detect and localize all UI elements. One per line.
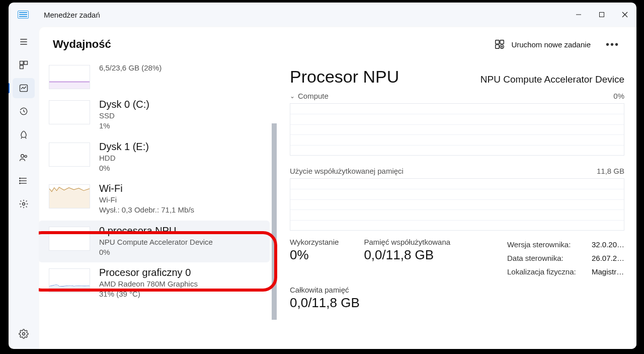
annotation-highlight bbox=[39, 231, 277, 292]
performance-list: 6,5/23,6 GB (28%) Dysk 0 (C:) SSD 1% bbox=[39, 62, 278, 349]
shared-mem-chart bbox=[290, 178, 624, 231]
total-label: Całkowita pamięć bbox=[290, 286, 360, 294]
svg-point-21 bbox=[23, 203, 25, 205]
svg-rect-23 bbox=[496, 40, 499, 44]
svg-point-13 bbox=[21, 155, 24, 158]
nav-performance[interactable] bbox=[13, 78, 35, 98]
detail-pane: Procesor NPU NPU Compute Accelerator Dev… bbox=[278, 62, 636, 349]
perf-item-sub: SSD bbox=[99, 111, 149, 121]
perf-item-val: 1% bbox=[99, 121, 149, 131]
svg-point-19 bbox=[20, 180, 21, 181]
driver-version-value: 32.0.20… bbox=[592, 238, 624, 251]
svg-rect-9 bbox=[20, 65, 24, 69]
nav-users[interactable] bbox=[13, 148, 35, 168]
shared-value: 0,0/11,8 GB bbox=[364, 247, 450, 263]
nav-settings[interactable] bbox=[13, 324, 35, 344]
minimize-button[interactable] bbox=[567, 7, 590, 23]
more-button[interactable]: ••• bbox=[603, 39, 622, 50]
task-manager-window: Menedżer zadań bbox=[9, 3, 636, 349]
perf-item-disk1[interactable]: Dysk 1 (E:) HDD 0% bbox=[39, 136, 270, 179]
svg-rect-29 bbox=[49, 82, 90, 89]
window-controls bbox=[567, 7, 636, 23]
phys-loc-label: Lokalizacja fizyczna: bbox=[507, 265, 583, 278]
scrollbar-track[interactable] bbox=[271, 62, 277, 349]
perf-item-title: Dysk 0 (C:) bbox=[99, 98, 149, 111]
util-value: 0% bbox=[290, 247, 339, 263]
perf-item-val: 0% bbox=[99, 163, 149, 173]
run-new-task-label: Uruchom nowe zadanie bbox=[511, 40, 591, 49]
driver-date-value: 26.07.2… bbox=[592, 251, 624, 265]
perf-item-sub: HDD bbox=[99, 153, 149, 163]
svg-point-18 bbox=[20, 178, 21, 179]
content-pane: Wydajność Uruchom nowe zadanie ••• bbox=[39, 27, 636, 349]
nav-services[interactable] bbox=[13, 194, 35, 214]
compute-chart bbox=[290, 103, 624, 156]
util-label: Wykorzystanie bbox=[290, 238, 339, 246]
titlebar: Menedżer zadań bbox=[9, 3, 636, 27]
nav-rail bbox=[9, 27, 39, 349]
compute-value: 0% bbox=[613, 92, 624, 100]
perf-item-wifi[interactable]: Wi-Fi Wi-Fi Wysł.: 0,3 Odebr.: 71,1 Mb/s bbox=[39, 178, 270, 221]
perf-item-memory[interactable]: 6,5/23,6 GB (28%) bbox=[39, 62, 270, 94]
svg-rect-25 bbox=[496, 45, 499, 48]
content-header: Wydajność Uruchom nowe zadanie ••• bbox=[39, 27, 636, 62]
detail-title: Procesor NPU bbox=[290, 67, 399, 87]
svg-rect-1 bbox=[600, 13, 604, 17]
detail-subtitle: NPU Compute Accelerator Device bbox=[480, 74, 624, 85]
driver-version-label: Wersja sterownika: bbox=[507, 238, 583, 251]
perf-item-disk0[interactable]: Dysk 0 (C:) SSD 1% bbox=[39, 94, 270, 136]
nav-details[interactable] bbox=[13, 171, 35, 191]
svg-point-20 bbox=[20, 183, 21, 184]
perf-item-title: Dysk 1 (E:) bbox=[99, 140, 149, 153]
mini-chart-disk1 bbox=[49, 143, 90, 167]
mini-chart-wifi bbox=[49, 184, 90, 208]
page-title: Wydajność bbox=[53, 38, 111, 51]
perf-item-title: Wi-Fi bbox=[99, 182, 194, 195]
app-icon bbox=[18, 11, 29, 19]
scrollbar-thumb[interactable] bbox=[272, 123, 277, 320]
close-button[interactable] bbox=[613, 7, 636, 23]
svg-line-12 bbox=[25, 137, 26, 138]
svg-line-11 bbox=[21, 137, 22, 138]
nav-startup[interactable] bbox=[13, 124, 35, 145]
nav-processes[interactable] bbox=[13, 55, 35, 75]
maximize-button[interactable] bbox=[590, 7, 613, 23]
total-value: 0,0/11,8 GB bbox=[290, 295, 360, 311]
svg-rect-24 bbox=[500, 40, 504, 44]
run-new-task-button[interactable]: Uruchom nowe zadanie bbox=[494, 39, 591, 50]
shared-label: Pamięć współużytkowana bbox=[364, 238, 450, 246]
mini-chart-disk0 bbox=[49, 100, 90, 124]
chevron-down-icon: ⌄ bbox=[290, 93, 295, 100]
svg-point-14 bbox=[25, 155, 27, 157]
perf-item-sub: Wi-Fi bbox=[99, 195, 194, 205]
phys-loc-value: Magistr… bbox=[592, 265, 624, 278]
shared-mem-label: Użycie współużytkowanej pamięci bbox=[290, 167, 404, 175]
compute-chart-toggle[interactable]: ⌄ Compute bbox=[290, 92, 329, 100]
shared-mem-total: 11,8 GB bbox=[597, 167, 624, 175]
svg-point-22 bbox=[23, 333, 25, 335]
compute-label: Compute bbox=[298, 92, 329, 100]
svg-rect-7 bbox=[20, 61, 24, 65]
app-title: Menedżer zadań bbox=[44, 11, 100, 19]
hamburger-button[interactable] bbox=[13, 32, 35, 52]
mini-chart-memory bbox=[49, 65, 90, 89]
svg-rect-8 bbox=[24, 61, 28, 65]
nav-history[interactable] bbox=[13, 101, 35, 121]
perf-item-sub: 6,5/23,6 GB (28%) bbox=[99, 63, 162, 73]
driver-date-label: Data sterownika: bbox=[507, 251, 583, 265]
perf-item-val: Wysł.: 0,3 Odebr.: 71,1 Mb/s bbox=[99, 205, 194, 215]
